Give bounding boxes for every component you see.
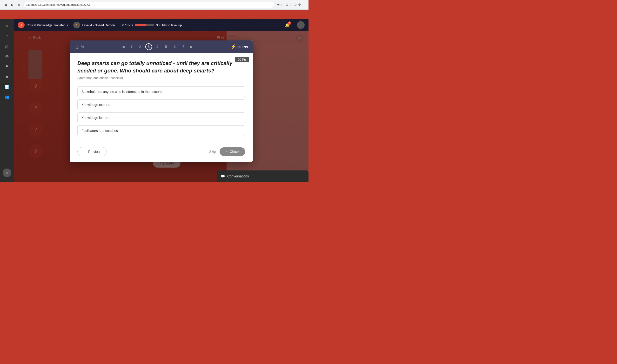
back-nav-btn[interactable]: ◀ — [3, 2, 8, 7]
sidebar-item-home[interactable]: ⌂ — [3, 32, 11, 40]
sidebar-item-diploma[interactable]: 🎓 — [3, 42, 11, 51]
answer-option-1[interactable]: Stakeholders: anyone who is interested i… — [77, 86, 245, 97]
question-numbers: ◀ 1 2 3 4 5 6 7 ▶ — [87, 43, 228, 50]
conversations-icon: 💬 — [221, 174, 225, 178]
nav-prev-button[interactable]: ◀ — [121, 44, 126, 50]
reload-nav-btn[interactable]: ↻ — [16, 2, 21, 7]
points-progress-fill — [135, 24, 147, 26]
skip-button[interactable]: Skip — [209, 150, 216, 154]
menu-icon[interactable]: ≡ — [3, 22, 11, 30]
nav-page-4[interactable]: 4 — [154, 43, 161, 50]
previous-button[interactable]: ← Previous — [77, 147, 107, 156]
sidebar-item-flag[interactable]: ⚑ — [3, 62, 11, 71]
main-content: ← Back ? ? ? ? Filter 🔍 ate ▾ ate ▾ — [14, 31, 308, 182]
points-corner-badge: 20 Pts — [235, 57, 249, 62]
question-text: Deep smarts can go totally unnoticed - u… — [77, 60, 245, 75]
check-button[interactable]: ✓ Check — [219, 147, 245, 156]
nav-page-2[interactable]: 2 — [137, 43, 143, 50]
user-avatar-top[interactable] — [297, 21, 305, 29]
points-display: 3,670 Pts 330 Pts to level up — [120, 23, 182, 27]
answer-option-4[interactable]: Facilitators and coaches — [77, 125, 245, 136]
level-item[interactable]: 🏃 Level 4 - Speed Demon — [73, 22, 115, 28]
top-navigation: ⚡ Critical Knowledge Transfer ▾ 🏃 Level … — [14, 19, 308, 31]
level-badge: 🏃 — [73, 22, 80, 28]
nav-page-3[interactable]: 3 — [145, 43, 152, 50]
nav-page-7[interactable]: 7 — [180, 43, 187, 50]
question-subtitle: (More than one answer possible) — [77, 76, 245, 80]
notifications-bell[interactable]: 🔔 5 — [285, 23, 290, 27]
sidebar-item-chart[interactable]: 📊 — [3, 82, 11, 91]
quiz-modal: ⬚ ↻ ◀ 1 2 3 4 5 6 7 ▶ ⚡ 20 Pts — [70, 40, 253, 162]
points-badge: ⚡ 20 Pts — [231, 44, 248, 49]
nav-next-button[interactable]: ▶ — [189, 44, 194, 50]
mission-dropdown-icon[interactable]: ▾ — [67, 23, 69, 27]
nav-page-1[interactable]: 1 — [128, 43, 135, 50]
sidebar-user-avatar[interactable]: ○ — [3, 169, 11, 177]
mission-badge: ⚡ — [18, 22, 25, 28]
answer-option-2[interactable]: Knowledge experts — [77, 99, 245, 110]
url-bar[interactable]: expertized.eu.centrical.me/w/game/missio… — [23, 2, 275, 8]
modal-exit-icon[interactable]: ⬚ — [74, 45, 78, 49]
prev-arrow-icon: ← — [83, 150, 86, 154]
lightning-icon: ⚡ — [231, 44, 236, 49]
points-progress-bar — [135, 24, 154, 26]
check-icon: ✓ — [225, 150, 228, 153]
sidebar-item-people[interactable]: 👥 — [3, 92, 11, 101]
forward-nav-btn[interactable]: ▶ — [10, 2, 14, 7]
mission-item[interactable]: ⚡ Critical Knowledge Transfer ▾ — [18, 22, 69, 28]
modal-footer: ← Previous Skip ✓ Check — [70, 143, 253, 162]
modal-navigation: ⬚ ↻ ◀ 1 2 3 4 5 6 7 ▶ ⚡ 20 Pts — [70, 40, 253, 53]
sidebar-item-target[interactable]: ◎ — [3, 52, 11, 61]
app-background: ≡ ⌂ 🎓 ◎ ⚑ ★ 📊 👥 ○ ⚡ Critical Knowledge T… — [0, 10, 308, 182]
notification-count: 5 — [288, 21, 291, 25]
conversations-panel[interactable]: 💬 Conversations — [217, 170, 308, 182]
nav-page-5[interactable]: 5 — [163, 43, 169, 50]
sidebar: ≡ ⌂ 🎓 ◎ ⚑ ★ 📊 👥 ○ — [0, 19, 14, 182]
browser-chrome: ◀ ▶ ↻ expertized.eu.centrical.me/w/game/… — [0, 0, 308, 10]
browser-actions: ★ ⬚ G ✓ 🛡 ⚙ ⋮ — [277, 3, 306, 6]
sidebar-item-star[interactable]: ★ — [3, 72, 11, 81]
modal-reload-icon[interactable]: ↻ — [81, 45, 84, 49]
nav-page-6[interactable]: 6 — [171, 43, 178, 50]
answer-option-3[interactable]: Knowledge learners — [77, 112, 245, 123]
modal-body: 20 Pts Deep smarts can go totally unnoti… — [70, 53, 253, 143]
